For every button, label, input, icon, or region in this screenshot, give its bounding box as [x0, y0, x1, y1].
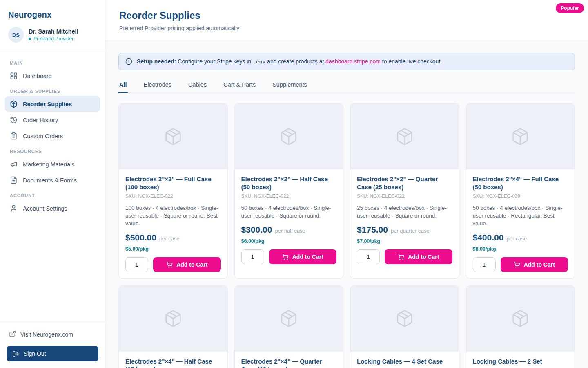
package-icon	[511, 309, 530, 328]
product-card: Electrodes 2"×4" — Full Case (50 boxes) …	[466, 103, 575, 279]
grid-icon	[10, 72, 18, 80]
nav-section-label: RESOURCES	[5, 144, 100, 157]
product-image-placeholder	[466, 103, 575, 169]
sidebar-item-dashboard[interactable]: Dashboard	[5, 68, 100, 83]
product-description: 50 boxes · 4 electrodes/box · Single-use…	[473, 204, 568, 228]
user-name: Dr. Sarah Mitchell	[29, 28, 78, 35]
sidebar-item-marketing-materials[interactable]: Marketing Materials	[5, 157, 100, 172]
add-to-cart-label: Add to Cart	[408, 254, 439, 260]
quantity-input[interactable]	[241, 249, 264, 264]
add-to-cart-button[interactable]: Add to Cart	[385, 249, 452, 264]
sidebar-item-label: Marketing Materials	[23, 161, 75, 168]
main-area: Reorder Supplies Preferred Provider pric…	[105, 0, 588, 368]
product-sku: SKU: NGX-ELEC-022	[241, 193, 337, 199]
sidebar-item-label: Order History	[23, 117, 58, 123]
quantity-input[interactable]	[125, 257, 148, 272]
price-unit: per case	[506, 236, 527, 242]
product-price: $500.00	[125, 233, 156, 242]
quantity-input[interactable]	[473, 257, 496, 272]
product-sku: SKU: NGX-ELEC-039	[473, 193, 568, 199]
price-unit: per half case	[275, 228, 305, 234]
product-card: Electrodes 2"×2" — Quarter Case (25 boxe…	[350, 103, 459, 279]
nav-section-label: ORDER & SUPPLIES	[5, 84, 100, 96]
tab-supplements[interactable]: Supplements	[272, 81, 308, 93]
user-block: DS Dr. Sarah Mitchell Preferred Provider	[0, 26, 105, 51]
product-image-placeholder	[466, 286, 575, 352]
tab-all[interactable]: All	[118, 81, 128, 93]
add-to-cart-label: Add to Cart	[176, 261, 207, 268]
nav-section-label: MAIN	[5, 56, 100, 68]
logout-icon	[12, 350, 19, 357]
sidebar-footer: Visit Neurogenx.com Sign Out	[0, 322, 105, 368]
product-title: Electrodes 2"×4" — Full Case (50 boxes)	[473, 175, 568, 191]
package-icon	[279, 127, 298, 146]
banner-text-2: and create products at	[265, 58, 325, 65]
category-tabs: AllElectrodesCablesCart & PartsSupplemen…	[118, 81, 575, 93]
per-package-price: $6.00/pkg	[241, 238, 337, 244]
price-row: $175.00 per quarter case	[357, 225, 452, 235]
sidebar-nav: MAINDashboardORDER & SUPPLIESReorder Sup…	[0, 51, 105, 322]
alert-circle-icon	[125, 58, 132, 65]
package-icon	[10, 100, 18, 108]
package-icon	[395, 127, 414, 146]
product-image-placeholder	[235, 286, 343, 352]
sign-out-button[interactable]: Sign Out	[7, 346, 98, 361]
add-to-cart-label: Add to Cart	[292, 254, 323, 260]
sign-out-label: Sign Out	[24, 350, 46, 357]
product-card: Locking Cables — 2 Set SKU: NGX-LOCK-070…	[466, 285, 575, 368]
avatar: DS	[8, 27, 24, 43]
per-package-price: $5.00/pkg	[125, 246, 221, 252]
sidebar-item-label: Custom Orders	[23, 133, 63, 139]
page-title: Reorder Supplies	[119, 10, 574, 21]
status-dot-icon	[29, 38, 31, 40]
user-status-label: Preferred Provider	[33, 36, 74, 42]
product-image-placeholder	[119, 286, 227, 352]
product-title: Electrodes 2"×2" — Half Case (50 boxes)	[241, 175, 337, 191]
sidebar-item-reorder-supplies[interactable]: Reorder Supplies	[5, 96, 100, 112]
env-code: .env	[253, 59, 265, 65]
tab-cart-parts[interactable]: Cart & Parts	[223, 81, 256, 93]
user-icon	[10, 204, 18, 212]
product-card-body: Electrodes 2"×4" — Full Case (50 boxes) …	[466, 169, 575, 278]
setup-banner: Setup needed: Configure your Stripe keys…	[118, 53, 575, 70]
clipboard-icon	[10, 132, 18, 140]
product-title: Electrodes 2"×4" — Half Case (25 boxes)	[125, 357, 221, 368]
cart-icon	[282, 254, 289, 260]
product-price: $300.00	[241, 225, 272, 235]
add-to-cart-button[interactable]: Add to Cart	[153, 257, 221, 272]
visit-site-link[interactable]: Visit Neurogenx.com	[7, 329, 98, 346]
product-card-body: Electrodes 2"×2" — Full Case (100 boxes)…	[119, 169, 227, 278]
price-row: $300.00 per half case	[241, 225, 337, 235]
banner-text-3: to enable live checkout.	[381, 58, 442, 65]
tab-electrodes[interactable]: Electrodes	[143, 81, 173, 93]
user-status: Preferred Provider	[29, 36, 78, 42]
tab-cables[interactable]: Cables	[187, 81, 207, 93]
product-title: Locking Cables — 4 Set Case	[357, 357, 452, 366]
stripe-dashboard-link[interactable]: dashboard.stripe.com	[325, 58, 381, 65]
sidebar-item-order-history[interactable]: Order History	[5, 112, 100, 128]
page-subtitle: Preferred Provider pricing applied autom…	[119, 25, 574, 31]
price-row: $500.00 per case	[125, 233, 221, 242]
quantity-input[interactable]	[357, 249, 380, 264]
product-description: 100 boxes · 4 electrodes/box · Single-us…	[125, 204, 221, 228]
card-controls: Add to Cart	[473, 257, 568, 272]
history-icon	[10, 116, 18, 124]
per-package-price: $7.00/pkg	[357, 238, 452, 244]
sidebar-item-custom-orders[interactable]: Custom Orders	[5, 128, 100, 144]
cart-icon	[398, 254, 404, 260]
per-package-price: $8.00/pkg	[473, 246, 568, 252]
external-link-icon	[9, 330, 16, 339]
product-card: Electrodes 2"×4" — Quarter Case (12 boxe…	[234, 285, 344, 368]
sidebar-item-documents-forms[interactable]: Documents & Forms	[5, 173, 100, 188]
product-card-body: Locking Cables — 2 Set SKU: NGX-LOCK-070…	[466, 352, 575, 368]
visit-site-label: Visit Neurogenx.com	[20, 331, 73, 338]
nav-section-label: ACCOUNT	[5, 188, 100, 201]
add-to-cart-button[interactable]: Add to Cart	[501, 257, 568, 272]
product-title: Electrodes 2"×2" — Full Case (100 boxes)	[125, 175, 221, 191]
sidebar-item-account-settings[interactable]: Account Settings	[5, 201, 100, 216]
package-icon	[279, 309, 298, 328]
sidebar: Neurogenx DS Dr. Sarah Mitchell Preferre…	[0, 0, 105, 368]
product-card-body: Electrodes 2"×4" — Half Case (25 boxes) …	[119, 352, 227, 368]
add-to-cart-button[interactable]: Add to Cart	[269, 249, 337, 264]
product-image-placeholder	[119, 103, 227, 169]
